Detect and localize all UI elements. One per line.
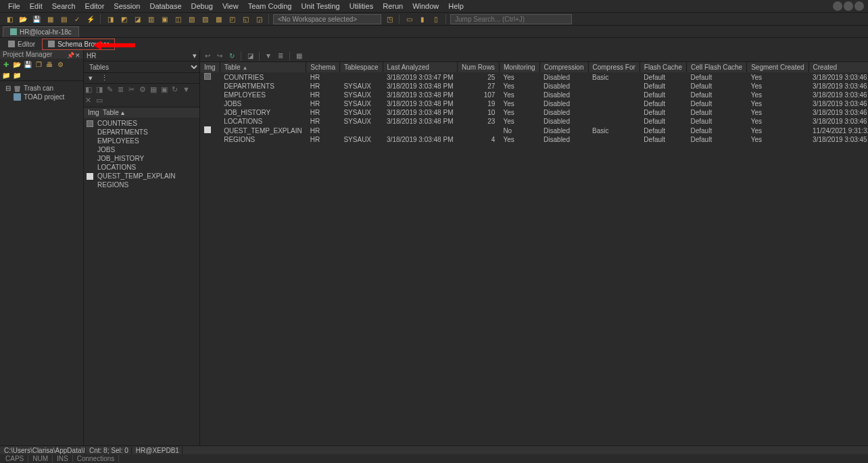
table-row[interactable]: LOCATIONSHRSYSAUX3/18/2019 3:03:48 PM23Y… xyxy=(200,117,868,126)
tool-icon[interactable]: ◨ xyxy=(105,14,116,24)
column-header[interactable]: Compression xyxy=(539,62,588,72)
column-header[interactable]: Table xyxy=(220,62,306,72)
edit-icon[interactable]: ✎ xyxy=(107,85,116,95)
column-header[interactable]: Segment Created xyxy=(747,62,809,72)
table-row[interactable]: QUEST_TEMP_EXPLAINHRNoDisabledBasicDefau… xyxy=(200,126,868,135)
menu-window[interactable]: Window xyxy=(408,1,443,11)
menu-team-coding[interactable]: Team Coding xyxy=(244,1,296,11)
column-header[interactable]: Tablespace xyxy=(339,62,383,72)
refresh-icon[interactable]: ↻ xyxy=(227,51,237,61)
table-row[interactable]: DEPARTMENTSHRSYSAUX3/18/2019 3:03:48 PM2… xyxy=(200,82,868,91)
minimize-button[interactable] xyxy=(833,1,842,11)
view-tab-icon[interactable]: ▾ xyxy=(85,74,96,83)
close-icon[interactable]: ✕ xyxy=(75,52,80,57)
tables-grid[interactable]: ImgTableSchemaTablespaceLast AnalyzedNum… xyxy=(200,62,868,449)
menu-search[interactable]: Search xyxy=(48,1,80,11)
print-icon[interactable]: 🖶 xyxy=(45,60,54,70)
tool-icon[interactable]: ▦ xyxy=(150,85,160,95)
config-icon[interactable]: ⚙ xyxy=(55,60,65,70)
column-header[interactable]: Compress For xyxy=(588,62,640,72)
menu-help[interactable]: Help xyxy=(444,1,468,11)
menu-file[interactable]: File xyxy=(4,1,24,11)
close-button[interactable] xyxy=(854,1,864,11)
column-header[interactable]: Cell Flash Cache xyxy=(687,62,747,72)
tool-icon[interactable]: ◲ xyxy=(254,14,264,24)
object-item[interactable]: COUNTRIES xyxy=(85,119,198,128)
menu-view[interactable]: View xyxy=(218,1,243,11)
tool-icon[interactable]: ▮ xyxy=(417,14,428,24)
menu-unit-testing[interactable]: Unit Testing xyxy=(297,1,343,11)
table-row[interactable]: COUNTRIESHR3/18/2019 3:03:47 PM25YesDisa… xyxy=(200,72,868,82)
tree-item-project[interactable]: TOAD project xyxy=(1,93,82,101)
tool-icon[interactable]: ◩ xyxy=(118,14,129,24)
table-row[interactable]: JOB_HISTORYHRSYSAUX3/18/2019 3:03:48 PM1… xyxy=(200,108,868,117)
workspace-select[interactable]: <No Workspace selected> xyxy=(273,14,381,24)
object-item[interactable]: JOBS xyxy=(85,145,198,154)
menu-debug[interactable]: Debug xyxy=(187,1,217,11)
object-item[interactable]: JOB_HISTORY xyxy=(85,154,198,163)
status-connections[interactable]: Connections xyxy=(73,455,120,462)
column-header[interactable]: Flash Cache xyxy=(640,62,686,72)
tool-icon[interactable]: ⚙ xyxy=(139,85,149,95)
editor-icon[interactable]: ▤ xyxy=(58,14,69,24)
rollback-icon[interactable]: ⚡ xyxy=(85,14,96,24)
menu-rerun[interactable]: Rerun xyxy=(379,1,407,11)
object-item[interactable]: EMPLOYEES xyxy=(85,137,198,145)
table-row[interactable]: EMPLOYEESHRSYSAUX3/18/2019 3:03:48 PM107… xyxy=(200,91,868,99)
column-header-img[interactable]: Img xyxy=(85,109,100,116)
save-icon[interactable]: 💾 xyxy=(23,60,32,70)
jump-search-input[interactable] xyxy=(450,14,572,24)
menu-database[interactable]: Database xyxy=(145,1,185,11)
tool-icon[interactable]: ▥ xyxy=(145,14,156,24)
column-header[interactable]: Schema xyxy=(306,62,340,72)
tool-icon[interactable]: ▨ xyxy=(199,14,210,24)
object-type-select[interactable]: Tables xyxy=(84,62,199,73)
maximize-button[interactable] xyxy=(844,1,853,11)
clear-filter-icon[interactable]: ✕ xyxy=(85,96,95,105)
script-icon[interactable]: ≣ xyxy=(118,85,127,95)
new-icon[interactable]: ◧ xyxy=(4,14,15,24)
dropdown-icon[interactable]: ▾ xyxy=(190,51,199,60)
db-icon[interactable]: ▦ xyxy=(45,14,55,24)
drop-icon[interactable]: ✂ xyxy=(128,85,138,95)
save-icon[interactable]: 💾 xyxy=(31,14,42,24)
pin-icon[interactable]: 📌 xyxy=(67,52,72,57)
tool-icon[interactable]: ◳ xyxy=(384,14,395,24)
tree-item-trash[interactable]: ⊟ Trash can xyxy=(1,84,82,93)
menu-edit[interactable]: Edit xyxy=(26,1,47,11)
object-item[interactable]: REGIONS xyxy=(85,180,198,189)
tool-icon[interactable]: ◪ xyxy=(132,14,143,24)
column-header[interactable]: Num Rows xyxy=(457,62,499,72)
tool-icon[interactable]: ◱ xyxy=(240,14,251,24)
schema-select[interactable] xyxy=(84,51,190,60)
column-header[interactable]: Img xyxy=(200,62,220,72)
copy-icon[interactable]: ❐ xyxy=(34,60,43,70)
column-header-table[interactable]: Table ▴ xyxy=(100,109,127,116)
object-item[interactable]: QUEST_TEMP_EXPLAIN xyxy=(85,172,198,180)
tool-icon[interactable]: ▧ xyxy=(186,14,197,24)
folder-icon[interactable]: 📁 xyxy=(1,71,11,80)
tool-icon[interactable]: ▭ xyxy=(404,14,414,24)
open-icon[interactable]: 📂 xyxy=(12,60,22,70)
tool-icon[interactable]: ▣ xyxy=(161,85,170,95)
column-header[interactable]: Last Analyzed xyxy=(383,62,457,72)
tool-icon[interactable]: ▭ xyxy=(96,96,105,105)
view-tab-icon[interactable]: ⋮ xyxy=(99,74,110,83)
tool-icon[interactable]: ◰ xyxy=(226,14,237,24)
nav-back-icon[interactable]: ↩ xyxy=(203,51,212,61)
table-row[interactable]: REGIONSHRSYSAUX3/18/2019 3:03:48 PM4YesD… xyxy=(200,135,868,144)
menu-session[interactable]: Session xyxy=(110,1,144,11)
tool-icon[interactable]: ▣ xyxy=(159,14,170,24)
commit-icon[interactable]: ✓ xyxy=(72,14,82,24)
folder-icon[interactable]: 📁 xyxy=(12,71,22,80)
create-icon[interactable]: ◧ xyxy=(85,85,95,95)
object-item[interactable]: DEPARTMENTS xyxy=(85,128,198,137)
tab-schema-browser[interactable]: Schema Browser xyxy=(42,39,115,50)
menu-utilities[interactable]: Utilities xyxy=(345,1,377,11)
tab-editor[interactable]: Editor xyxy=(3,39,41,49)
connection-tab[interactable]: HR@local-hr-18c xyxy=(3,26,79,37)
tool-icon[interactable]: ◪ xyxy=(245,51,255,61)
refresh-icon[interactable]: ↻ xyxy=(172,85,181,95)
tool-icon[interactable]: ▩ xyxy=(213,14,224,24)
list-icon[interactable]: ≣ xyxy=(276,51,285,61)
